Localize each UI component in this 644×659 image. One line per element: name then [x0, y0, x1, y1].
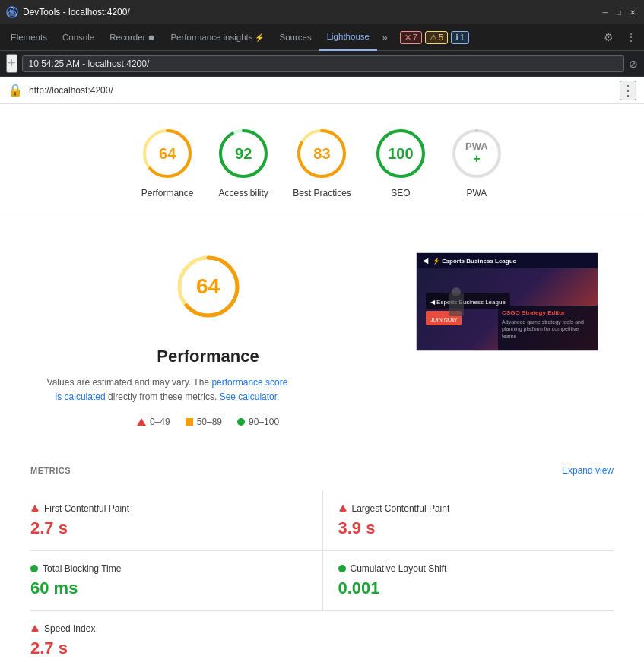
- legend-average: 50–89: [186, 417, 222, 427]
- tab-console[interactable]: Console: [55, 24, 102, 51]
- metrics-title: METRICS: [30, 466, 71, 475]
- metric-cls: Cumulative Layout Shift 0.001: [322, 551, 614, 611]
- best-practices-circle: 83: [295, 127, 348, 180]
- pwa-circle: PWA+: [450, 127, 503, 180]
- svg-point-1: [10, 10, 14, 14]
- performance-score-label: Performance: [141, 188, 194, 198]
- tab-group: Elements Console Recorder ⏺ Performance …: [3, 24, 392, 51]
- screenshot-nav-item1: ⚡ Esports Business League: [433, 258, 516, 265]
- svg-point-15: [452, 287, 461, 296]
- performance-big-score-value: 64: [196, 274, 220, 299]
- performance-big-circle: 64: [174, 252, 243, 321]
- performance-score-value: 64: [159, 145, 176, 163]
- legend: 0–49 50–89 90–100: [46, 417, 370, 427]
- calculator-link[interactable]: See calculator.: [220, 391, 280, 402]
- performance-detail-section: 64 Performance Values are estimated and …: [0, 230, 644, 442]
- minimize-button[interactable]: ─: [600, 7, 611, 17]
- tab-recorder[interactable]: Recorder ⏺: [102, 24, 163, 51]
- seo-circle: 100: [374, 127, 427, 180]
- close-button[interactable]: ✕: [627, 7, 638, 17]
- error-icon: ✕: [404, 33, 411, 43]
- tab-performance-insights[interactable]: Performance insights ⚡: [163, 24, 271, 51]
- legend-fail: 0–49: [137, 417, 170, 427]
- spacer1: [0, 214, 644, 230]
- fail-icon: [137, 418, 146, 426]
- performance-circle: 64: [141, 127, 194, 180]
- metric-tbt-indicator: [30, 565, 38, 572]
- screenshot-info-title: CSGO Strategy Editor: [502, 309, 594, 316]
- screenshot-body: ◀ Esports Business League JOIN NOW CSGO …: [417, 268, 598, 350]
- score-accessibility: 92 Accessibility: [217, 127, 270, 198]
- metrics-section: METRICS Expand view First Contentful Pai…: [0, 450, 644, 659]
- url-more-button[interactable]: ⋮: [620, 81, 636, 100]
- metric-si-header: Speed Index: [30, 623, 307, 634]
- new-tab-button[interactable]: +: [6, 54, 17, 73]
- metric-lcp: Largest Contentful Paint 3.9 s: [322, 491, 614, 551]
- screenshot-logo: ◀: [423, 257, 428, 265]
- metric-fcp-name: First Contentful Paint: [44, 503, 129, 514]
- tab-lighthouse[interactable]: Lighthouse: [319, 24, 377, 51]
- screenshot-nav: ⚡ Esports Business League: [433, 258, 592, 265]
- more-options-button[interactable]: ⋮: [621, 28, 641, 46]
- maximize-button[interactable]: □: [614, 7, 624, 17]
- score-seo: 100 SEO: [374, 127, 427, 198]
- metric-si-name: Speed Index: [44, 623, 95, 634]
- svg-rect-14: [449, 293, 464, 316]
- metric-fcp-value: 2.7 s: [30, 518, 307, 538]
- devtools-tabs: Elements Console Recorder ⏺ Performance …: [0, 24, 644, 51]
- metric-tbt-name: Total Blocking Time: [43, 563, 121, 574]
- warning-badge[interactable]: ⚠ 5: [425, 31, 448, 44]
- tab-elements[interactable]: Elements: [3, 24, 55, 51]
- accessibility-score-label: Accessibility: [218, 188, 268, 198]
- accessibility-circle: 92: [217, 127, 270, 180]
- stop-button[interactable]: ⊘: [629, 58, 638, 70]
- window-controls: ─ □ ✕: [600, 7, 638, 17]
- address-input[interactable]: [22, 55, 624, 72]
- score-best-practices: 83 Best Practices: [293, 127, 351, 198]
- screenshot-header: ◀ ⚡ Esports Business League: [417, 253, 598, 268]
- error-badge[interactable]: ✕ 7: [400, 31, 422, 44]
- seo-score-label: SEO: [391, 188, 410, 198]
- scores-section: 64 Performance 92 Accessibility: [0, 104, 644, 214]
- performance-description: Values are estimated and may vary. The p…: [46, 375, 289, 404]
- expand-view-button[interactable]: Expand view: [562, 465, 614, 476]
- metric-tbt-header: Total Blocking Time: [30, 563, 307, 574]
- best-practices-score-label: Best Practices: [293, 188, 351, 198]
- info-icon: ℹ: [455, 33, 458, 43]
- metric-lcp-header: Largest Contentful Paint: [338, 503, 599, 514]
- accessibility-score-value: 92: [235, 145, 252, 163]
- pwa-score-label: PWA: [466, 188, 487, 198]
- fail-range: 0–49: [150, 417, 170, 427]
- score-performance: 64 Performance: [141, 127, 194, 198]
- screenshot-info-text: Advanced game strategy tools and plannin…: [502, 318, 594, 341]
- performance-left: 64 Performance Values are estimated and …: [46, 252, 370, 427]
- security-icon: 🔒: [8, 83, 23, 97]
- best-practices-score-value: 83: [313, 145, 330, 163]
- metric-cls-name: Cumulative Layout Shift: [351, 563, 447, 574]
- window-title: DevTools - localhost:4200/: [23, 7, 600, 17]
- metric-cls-value: 0.001: [338, 578, 599, 598]
- screenshot-character: [426, 286, 498, 326]
- page-url: http://localhost:4200/: [29, 85, 614, 96]
- seo-score-value: 100: [388, 145, 413, 163]
- metric-lcp-value: 3.9 s: [338, 518, 599, 538]
- spacer2: [0, 442, 644, 450]
- tab-sources[interactable]: Sources: [271, 24, 319, 51]
- metric-lcp-indicator: [338, 505, 347, 512]
- metric-cls-header: Cumulative Layout Shift: [338, 563, 599, 574]
- settings-button[interactable]: ⚙: [599, 28, 618, 46]
- pwa-score-value: PWA+: [465, 141, 488, 166]
- performance-insights-icon: ⚡: [255, 33, 264, 42]
- metric-si-value: 2.7 s: [30, 638, 307, 658]
- metric-fcp: First Contentful Paint 2.7 s: [30, 491, 322, 551]
- pass-range: 90–100: [249, 417, 279, 427]
- performance-big-score: 64: [46, 252, 370, 331]
- performance-title: Performance: [46, 347, 370, 366]
- average-range: 50–89: [197, 417, 222, 427]
- metric-tbt: Total Blocking Time 60 ms: [30, 551, 322, 611]
- more-tabs-button[interactable]: »: [377, 31, 392, 43]
- screenshot-info-box: CSGO Strategy Editor Advanced game strat…: [498, 306, 598, 350]
- performance-screenshot: ◀ ⚡ Esports Business League ◀ Esports Bu…: [416, 252, 598, 351]
- metric-si: Speed Index 2.7 s: [30, 611, 322, 659]
- info-badge[interactable]: ℹ 1: [451, 31, 469, 44]
